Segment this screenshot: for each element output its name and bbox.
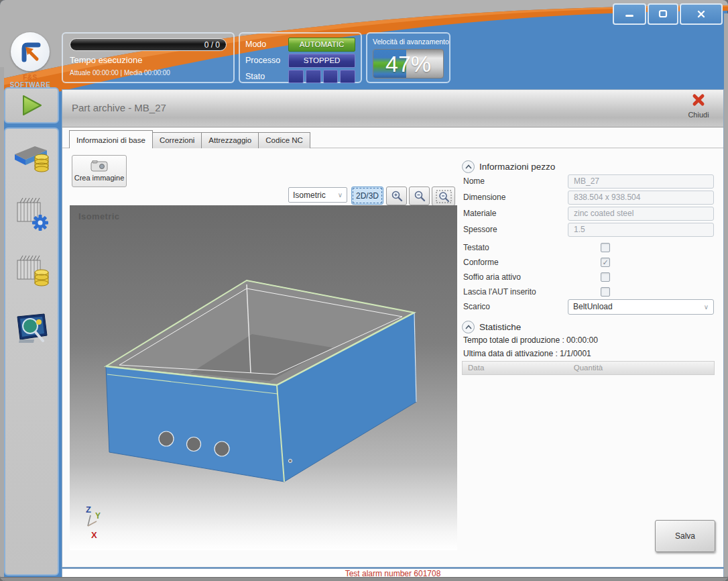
tab-attrezzaggio[interactable]: Attrezzaggio xyxy=(201,132,259,148)
execution-progress-label: 0 / 0 xyxy=(204,40,220,50)
processo-label: Processo xyxy=(245,56,288,65)
tab-informazioni-di-base[interactable]: Informazioni di base xyxy=(69,130,153,148)
spessore-input[interactable]: 1.5 xyxy=(568,223,714,237)
panel-titlebar: Part archive - MB_27 Chiudi xyxy=(62,90,723,127)
save-button[interactable]: Salva xyxy=(655,520,715,552)
start-cycle-button[interactable] xyxy=(4,87,59,123)
maximize-icon xyxy=(658,9,668,19)
field-row-spessore: Spessore 1.5 xyxy=(463,222,714,237)
nome-input[interactable]: MB_27 xyxy=(568,174,714,189)
stats-table-header: Data Quantità xyxy=(462,361,715,375)
sidebar-item-tool-archive[interactable] xyxy=(12,254,51,291)
lascia-aut-checkbox[interactable] xyxy=(601,287,610,297)
stats-collapse-button[interactable] xyxy=(462,321,475,333)
execution-detail: Attuale 00:00:00 | Media 00:00:00 xyxy=(70,69,227,76)
minimize-button[interactable] xyxy=(613,3,646,25)
modo-value-badge: AUTOMATIC xyxy=(288,38,355,52)
materiale-input[interactable]: zinc coated steel xyxy=(568,207,714,221)
chevron-down-icon: ∨ xyxy=(338,191,343,199)
viewport-view-label: Isometric xyxy=(78,211,119,221)
stats-section-header: Statistiche xyxy=(462,321,521,333)
testato-checkbox[interactable] xyxy=(601,243,610,252)
svg-text:Z: Z xyxy=(86,505,91,515)
scarico-label: Scarico xyxy=(463,302,568,311)
sidebar-item-diagnostics[interactable] xyxy=(12,311,51,349)
zoom-out-icon xyxy=(414,190,426,202)
create-image-button[interactable]: Crea immagine xyxy=(72,155,127,187)
minimize-icon xyxy=(625,9,634,19)
brand-text: F&S SOFTWARE xyxy=(3,74,58,89)
info-section-header: Informazioni pezzo xyxy=(462,160,555,172)
tool-setup-icon xyxy=(12,196,51,231)
view-select-value: Isometric xyxy=(293,191,326,200)
window-frame xyxy=(0,67,4,581)
modo-label: Modo xyxy=(245,40,288,49)
sidebar-item-tool-setup[interactable] xyxy=(12,196,51,233)
stato-cell xyxy=(306,70,321,83)
field-row-nome: Nome MB_27 xyxy=(463,174,714,189)
field-label: Nome xyxy=(463,176,568,186)
chevron-down-icon: ∨ xyxy=(704,303,709,311)
info-section-title: Informazioni pezzo xyxy=(479,162,555,172)
soffio-aria-checkbox[interactable] xyxy=(601,272,610,282)
zoom-fit-icon xyxy=(436,190,452,203)
window-frame xyxy=(724,13,728,581)
zoom-out-button[interactable] xyxy=(409,187,430,205)
field-label: Materiale xyxy=(463,209,568,218)
scarico-select-value: BeltUnload xyxy=(573,302,613,311)
stato-cell xyxy=(340,70,355,83)
maximize-button[interactable] xyxy=(648,3,678,25)
check-row-lascia-aut: Lascia l'AUT inserito xyxy=(463,284,714,299)
check-row-conforme: Conforme xyxy=(463,255,714,270)
check-label: Soffio aria attivo xyxy=(463,272,601,282)
dimensione-input[interactable]: 838.504 x 938.504 xyxy=(568,191,714,205)
field-label: Spessore xyxy=(463,225,568,234)
app-window: F&S SOFTWARE 0 / 0 Tempo esecuzione Attu… xyxy=(0,0,728,581)
info-collapse-button[interactable] xyxy=(462,160,475,173)
model-viewport[interactable]: Isometric xyxy=(70,205,457,550)
svg-text:X: X xyxy=(91,530,97,540)
field-label: Dimensione xyxy=(463,193,568,202)
panel-close-button[interactable]: Chiudi xyxy=(683,93,714,119)
scarico-select[interactable]: BeltUnload ∨ xyxy=(568,299,714,315)
zoom-in-button[interactable] xyxy=(386,187,407,205)
stato-cell xyxy=(323,70,339,83)
tab-codice-nc[interactable]: Codice NC xyxy=(258,132,310,148)
stato-cell xyxy=(288,70,304,83)
stats-line-production-time: Tempo totale di produzione : 00:00:00 xyxy=(463,335,598,345)
window-frame xyxy=(0,577,728,581)
sidebar xyxy=(4,127,59,576)
play-icon xyxy=(17,93,46,118)
chevron-up-icon xyxy=(465,164,472,169)
conforme-checkbox[interactable] xyxy=(601,258,610,267)
close-button[interactable] xyxy=(680,3,723,25)
field-row-materiale: Materiale zinc coated steel xyxy=(463,206,714,221)
stats-col-quantita: Quantità xyxy=(463,364,714,372)
view-select[interactable]: Isometric ∨ xyxy=(288,187,347,203)
stato-label: Stato xyxy=(245,72,288,81)
tabstrip: Informazioni di base Correzioni Attrezza… xyxy=(69,127,310,148)
feed-rate-panel: Velocità di avanzamento 47% xyxy=(366,32,450,83)
stato-indicator-cells xyxy=(288,70,355,83)
check-row-soffio-aria: Soffio aria attivo xyxy=(463,270,714,284)
zoom-fit-button[interactable] xyxy=(432,187,455,206)
execution-panel: 0 / 0 Tempo esecuzione Attuale 00:00:00 … xyxy=(62,32,235,83)
processo-value-badge: STOPPED xyxy=(288,54,355,68)
panel-close-label: Chiudi xyxy=(683,111,714,119)
svg-text:Y: Y xyxy=(95,511,101,521)
brand-prefix: F&S xyxy=(23,74,38,81)
diagnostics-icon xyxy=(12,311,51,346)
panel-title: Part archive - MB_27 xyxy=(72,102,166,113)
machine-state-panel: Modo AUTOMATIC Processo STOPPED Stato xyxy=(239,32,362,83)
field-row-scarico: Scarico BeltUnload ∨ xyxy=(463,299,714,314)
check-label: Lascia l'AUT inserito xyxy=(463,287,601,297)
view-2d3d-toggle-button[interactable]: 2D/3D xyxy=(351,187,383,205)
part-3d-model xyxy=(70,205,457,550)
sidebar-item-part-unload[interactable] xyxy=(12,140,51,177)
tool-archive-icon xyxy=(12,254,51,288)
app-logo xyxy=(11,32,50,71)
axis-triad-icon: Z Y X xyxy=(82,503,113,542)
zoom-in-icon xyxy=(391,190,403,202)
brand-arrow-icon xyxy=(18,40,42,64)
tab-correzioni[interactable]: Correzioni xyxy=(152,132,202,148)
